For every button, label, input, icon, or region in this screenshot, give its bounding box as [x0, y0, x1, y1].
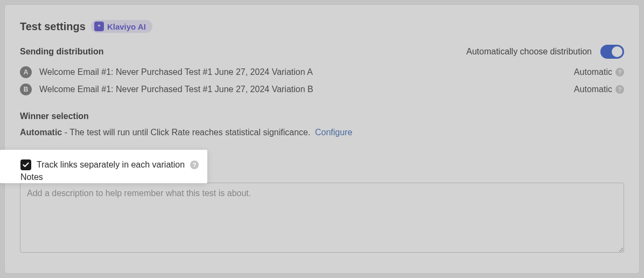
- variation-badge-b: B: [20, 84, 32, 95]
- winner-selection-label: Winner selection: [20, 112, 624, 121]
- notes-textarea[interactable]: [20, 183, 624, 253]
- help-icon[interactable]: ?: [615, 85, 624, 94]
- variation-mode-text: Automatic: [574, 67, 612, 77]
- variation-name: Welcome Email #1: Never Purchased Test #…: [39, 85, 313, 94]
- winner-selection-section: Winner selection Automatic - The test wi…: [20, 112, 624, 137]
- variation-row: A Welcome Email #1: Never Purchased Test…: [20, 66, 624, 78]
- test-settings-panel: Test settings Klaviyo AI Sending distrib…: [4, 4, 640, 274]
- track-links-checkbox[interactable]: [20, 159, 31, 170]
- notes-label: Notes: [0, 172, 207, 182]
- sparkle-icon: [94, 22, 104, 31]
- winner-mode: Automatic: [20, 128, 62, 137]
- ai-badge-label: Klaviyo AI: [107, 22, 146, 31]
- winner-selection-description: Automatic - The test will run until Clic…: [20, 128, 624, 137]
- variation-left: B Welcome Email #1: Never Purchased Test…: [20, 84, 313, 95]
- auto-distribution-label: Automatically choose distribution: [466, 47, 592, 57]
- winner-text: The test will run until Click Rate reach…: [69, 128, 310, 137]
- panel-header: Test settings Klaviyo AI: [20, 20, 624, 33]
- sending-distribution-label: Sending distribution: [20, 47, 104, 57]
- variation-mode: Automatic ?: [574, 67, 624, 77]
- auto-distribution-toggle[interactable]: [600, 45, 624, 59]
- klaviyo-ai-badge[interactable]: Klaviyo AI: [91, 20, 152, 33]
- help-icon[interactable]: ?: [190, 161, 199, 169]
- auto-distribution-control: Automatically choose distribution: [466, 45, 624, 59]
- configure-link[interactable]: Configure: [315, 128, 352, 137]
- track-links-label: Track links separately in each variation: [37, 160, 185, 170]
- variation-mode: Automatic ?: [574, 85, 624, 94]
- panel-title: Test settings: [20, 20, 86, 33]
- highlight-callout: Track links separately in each variation…: [0, 150, 207, 183]
- variation-badge-a: A: [20, 66, 32, 78]
- variation-mode-text: Automatic: [574, 85, 612, 94]
- sending-distribution-header: Sending distribution Automatically choos…: [20, 45, 624, 59]
- variation-left: A Welcome Email #1: Never Purchased Test…: [20, 66, 313, 78]
- winner-dash: -: [62, 128, 69, 137]
- variation-name: Welcome Email #1: Never Purchased Test #…: [39, 67, 313, 77]
- variation-row: B Welcome Email #1: Never Purchased Test…: [20, 84, 624, 95]
- help-icon[interactable]: ?: [615, 68, 624, 77]
- toggle-knob: [612, 46, 622, 57]
